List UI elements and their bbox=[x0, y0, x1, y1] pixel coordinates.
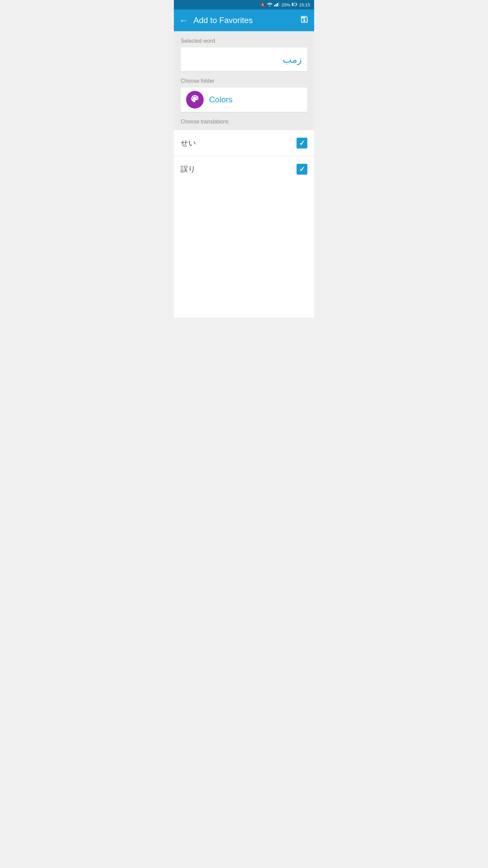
mute-icon: 🔇 bbox=[260, 2, 265, 7]
translation-item-2[interactable]: 誤り ✓ bbox=[174, 156, 314, 182]
selected-word-label: Selected word bbox=[181, 38, 307, 44]
check-icon-2: ✓ bbox=[299, 165, 305, 173]
app-bar: ← Add to Favorites bbox=[174, 9, 314, 31]
wifi-icon bbox=[267, 2, 272, 7]
translations-list: せい ✓ 誤り ✓ bbox=[174, 130, 314, 182]
back-button[interactable]: ← bbox=[179, 16, 188, 25]
folder-icon-circle bbox=[186, 91, 204, 108]
svg-rect-3 bbox=[277, 3, 278, 6]
folder-selector[interactable]: Colors bbox=[181, 87, 307, 112]
battery-percent: 20% bbox=[281, 2, 290, 7]
svg-rect-2 bbox=[276, 4, 277, 6]
time: 15:15 bbox=[299, 2, 310, 7]
folder-name: Colors bbox=[209, 95, 232, 104]
svg-point-0 bbox=[269, 5, 270, 6]
svg-marker-8 bbox=[293, 3, 295, 5]
selected-word-value: زمب bbox=[283, 54, 302, 65]
translation-checkbox-1[interactable]: ✓ bbox=[297, 138, 307, 149]
form-content: Selected word زمب Choose folder Colors C… bbox=[174, 31, 314, 130]
translation-item-1[interactable]: せい ✓ bbox=[174, 130, 314, 156]
empty-space bbox=[174, 182, 314, 318]
translation-checkbox-2[interactable]: ✓ bbox=[297, 164, 307, 175]
page-title: Add to Favorites bbox=[194, 16, 253, 25]
status-bar: 🔇 20% 15:15 bbox=[174, 0, 314, 9]
battery-icon bbox=[292, 2, 297, 7]
save-button[interactable] bbox=[300, 15, 309, 26]
svg-rect-4 bbox=[278, 2, 279, 6]
selected-word-field[interactable]: زمب bbox=[181, 47, 307, 71]
signal-icon bbox=[274, 2, 280, 7]
check-icon-1: ✓ bbox=[299, 139, 305, 147]
translation-text-1: せい bbox=[181, 138, 196, 148]
choose-translations-label: Choose translations bbox=[181, 119, 307, 130]
svg-rect-1 bbox=[274, 5, 275, 6]
translation-text-2: 誤り bbox=[181, 164, 196, 174]
svg-rect-7 bbox=[292, 3, 293, 5]
choose-folder-label: Choose folder bbox=[181, 78, 307, 84]
svg-rect-6 bbox=[297, 4, 297, 5]
palette-icon bbox=[190, 94, 200, 105]
